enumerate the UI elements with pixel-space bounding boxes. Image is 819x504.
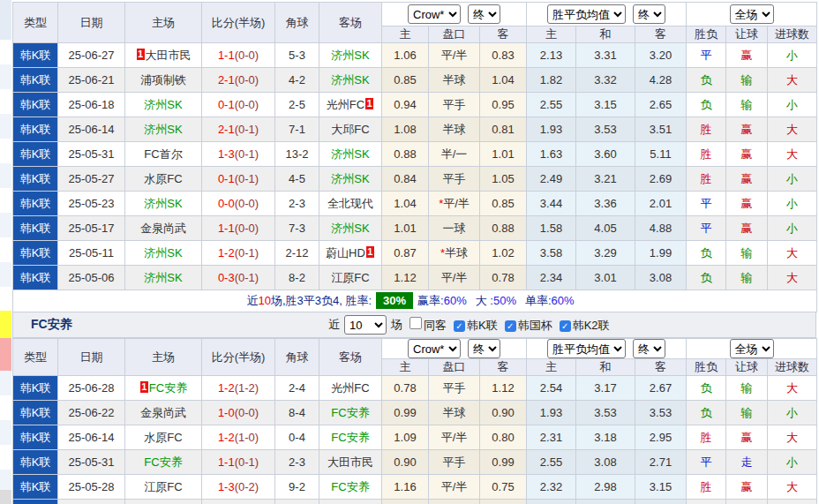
odds-home-cell: 1.02: [382, 500, 429, 504]
home-team-cell: 1大田市民: [125, 43, 202, 68]
league-cell: 韩K联: [13, 450, 58, 475]
final-mean-select[interactable]: 终: [633, 339, 665, 358]
team-name: 大邱FC: [331, 123, 369, 136]
odds-home-cell: 1.16: [382, 475, 429, 500]
clipped-left-table-edge: [0, 0, 11, 504]
table-fc-anyang: 类型 日期 主场 比分(半场) 角球 客场 Crow*终 胜平负均值终 全场 主…: [12, 338, 817, 504]
score-cell: 0-1(0-0): [202, 93, 275, 117]
col-home: 主场: [125, 3, 202, 43]
mean-away-cell: 2.01: [635, 192, 687, 216]
league-cell: 韩K联: [13, 142, 58, 167]
result-goals-cell: 大: [768, 376, 817, 401]
result-goals-cell: 小: [768, 192, 817, 216]
final-odds-select[interactable]: 终: [468, 339, 500, 358]
mean-home-cell: 1.58: [527, 216, 576, 241]
league-cell: 韩K联: [13, 376, 58, 401]
team-name: 光州FC: [327, 98, 364, 111]
team-name: 水原FC: [144, 172, 182, 185]
odds-home-cell: 1.01: [382, 216, 429, 241]
mean-select[interactable]: 胜平负均值: [547, 4, 626, 24]
team-name: 济州SK: [144, 98, 182, 111]
away-team-cell: 济州SK: [319, 43, 382, 68]
mean-away-cell: 3.53: [635, 401, 687, 425]
checkbox-checked-icon[interactable]: [505, 320, 516, 332]
col-mean-home: 主: [527, 359, 576, 376]
checkbox-unchecked-icon[interactable]: [410, 317, 422, 329]
match-row: 韩K联25-06-281FC安养1-2(1-2)2-4光州FC0.78平手1.1…: [13, 376, 817, 401]
summary-record: 场,胜3平3负4, 胜率:: [271, 294, 372, 307]
result-wl-cell: 负: [687, 266, 726, 290]
col-odds-away: 客: [480, 26, 527, 43]
away-team-cell: 大田市民: [319, 450, 382, 475]
scope-select[interactable]: 全场: [730, 4, 774, 24]
team-name: 济州SK: [144, 271, 182, 284]
result-handicap-cell: 走: [726, 450, 768, 475]
filter-label[interactable]: 韩K联: [467, 319, 498, 332]
team-name: 光州FC: [331, 381, 369, 395]
odds-away-cell: 1.02: [480, 241, 527, 266]
final-odds-select[interactable]: 终: [468, 4, 500, 24]
home-team-cell: 江原FC: [125, 475, 202, 500]
team-name: 浦项制铁: [140, 73, 186, 87]
date-cell: 25-05-28: [58, 475, 125, 500]
date-cell: 25-06-18: [58, 93, 125, 117]
filter-label[interactable]: 韩K2联: [573, 319, 610, 332]
corners-cell: 8-2: [275, 266, 319, 290]
home-team-cell: 金泉尚武: [125, 401, 202, 425]
match-row: 韩K联25-05-28江原FC1-3(0-2)9-2FC安养1.16平/半0.7…: [13, 475, 817, 500]
final-mean-select[interactable]: 终: [633, 4, 665, 24]
col-date: 日期: [58, 339, 125, 376]
mean-away-cell: 2.71: [635, 450, 687, 475]
score-cell: 1-0(0-0): [202, 401, 275, 425]
away-team-cell: FC安养: [319, 475, 382, 500]
checkbox-checked-icon[interactable]: [454, 320, 465, 332]
team-name: FC首尔: [144, 147, 182, 161]
mean-home-cell: 2.55: [527, 450, 576, 475]
odds-away-cell: 0.80: [480, 425, 527, 450]
handicap-line-cell: 平手: [429, 167, 480, 192]
checkbox-checked-icon[interactable]: [560, 320, 571, 332]
result-wl-cell: 负: [687, 376, 726, 401]
col-handicap: 让球: [726, 359, 768, 376]
col-odds-home: 主: [382, 359, 429, 376]
away-team-cell: FC安养: [319, 401, 382, 425]
mean-home-cell: 3.58: [527, 241, 576, 266]
col-corners: 角球: [275, 3, 319, 43]
bookmaker-select[interactable]: Crow*: [408, 4, 461, 24]
date-cell: 25-05-31: [58, 142, 125, 167]
corners-cell: 8-4: [275, 401, 319, 425]
home-team-cell: 水原FC: [125, 425, 202, 450]
league-cell: 韩K联: [13, 425, 58, 450]
mean-select[interactable]: 胜平负均值: [547, 339, 626, 358]
odds-away-cell: 1.01: [480, 142, 527, 167]
odds-away-cell: 1.04: [480, 68, 527, 93]
team-name: 大田市民: [327, 455, 373, 469]
mean-away-cell: 5.11: [635, 142, 687, 167]
result-handicap-cell: 输: [726, 500, 768, 504]
mean-home-cell: 2.54: [527, 376, 576, 401]
score-cell: 0-1(0-1): [202, 167, 275, 192]
result-wl-cell: 胜: [687, 475, 726, 500]
result-handicap-cell: 赢: [726, 192, 768, 216]
mean-home-cell: 1.93: [527, 117, 576, 142]
mean-away-cell: 3.15: [635, 475, 687, 500]
team-name: 济州SK: [144, 246, 182, 260]
mean-draw-cell: 4.05: [576, 216, 635, 241]
team-name: FC安养: [144, 455, 182, 469]
filter-label[interactable]: 韩国杯: [518, 319, 552, 332]
scope-select[interactable]: 全场: [730, 339, 774, 358]
team-name: 蔚山HD: [326, 246, 365, 260]
col-date: 日期: [58, 3, 125, 43]
result-goals-cell: 大: [768, 117, 817, 142]
league-cell: 韩K联: [13, 475, 58, 500]
win-rate-badge: 30%: [376, 292, 413, 309]
odds-home-cell: 0.99: [382, 401, 429, 425]
result-goals-cell: 大: [768, 425, 817, 450]
mean-draw-cell: 3.60: [576, 142, 635, 167]
result-handicap-cell: 赢: [726, 117, 768, 142]
handicap-line-cell: 一球: [429, 216, 480, 241]
recent-count-select[interactable]: 10: [344, 315, 387, 335]
mean-draw-cell: 3.17: [576, 376, 635, 401]
bookmaker-select[interactable]: Crow*: [408, 339, 461, 358]
filter-label[interactable]: 同客: [424, 319, 447, 332]
